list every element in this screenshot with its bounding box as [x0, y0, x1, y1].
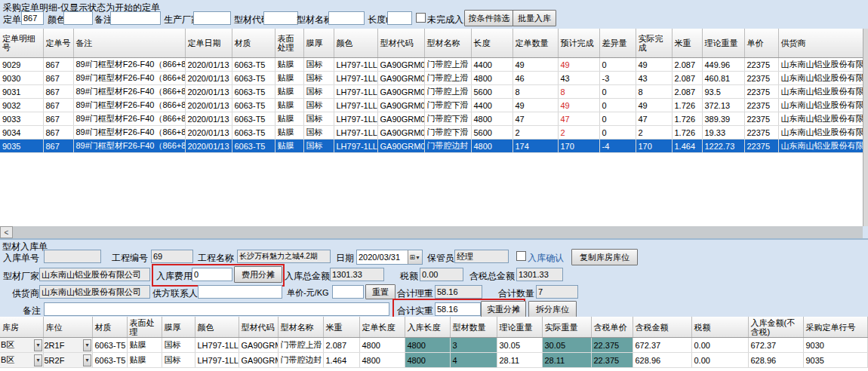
cell[interactable]: LH797-1LL0: [334, 85, 377, 99]
cell[interactable]: 9030: [0, 72, 43, 85]
cell[interactable]: 门带腔上滑: [424, 85, 471, 99]
scroll-left-icon[interactable]: <: [0, 226, 13, 238]
column-header[interactable]: 理论重量: [497, 317, 542, 338]
column-header[interactable]: 型材数量: [450, 317, 497, 338]
column-header[interactable]: 单价: [744, 29, 778, 58]
cell[interactable]: 4400: [471, 58, 512, 72]
cell[interactable]: 672.37: [748, 338, 803, 353]
column-header[interactable]: 定单长度: [359, 317, 405, 338]
cell[interactable]: 1.726: [672, 99, 702, 112]
cell[interactable]: 国标: [162, 338, 195, 353]
cell[interactable]: GA90GRM04: [377, 99, 424, 112]
keeper-input[interactable]: [454, 250, 509, 263]
table-row[interactable]: 903386789#门框型材F26-F40（866+867）2020/01/13…: [0, 112, 863, 126]
cell[interactable]: 山东南山铝业股份有限公司: [778, 140, 863, 153]
cell[interactable]: LH797-1LL0: [334, 112, 377, 126]
cell[interactable]: 3: [450, 338, 497, 353]
cell[interactable]: 2020/01/13: [185, 112, 232, 126]
cell[interactable]: 门带腔上滑: [278, 338, 323, 353]
cell[interactable]: 国标: [303, 85, 334, 99]
cell[interactable]: LH797-1LL0: [195, 338, 239, 353]
cell[interactable]: 9031: [0, 85, 43, 99]
total-amount-input[interactable]: [330, 268, 384, 281]
cell[interactable]: 贴膜: [275, 126, 303, 140]
cell[interactable]: 4800: [359, 353, 405, 368]
cell[interactable]: 2: [636, 126, 672, 140]
dropdown-arrow-icon[interactable]: ▾: [83, 354, 91, 366]
cell[interactable]: 2020/01/13: [185, 85, 232, 99]
cell[interactable]: 国标: [303, 58, 334, 72]
filter-profile-name-input[interactable]: [328, 11, 365, 25]
cell[interactable]: 贴膜: [127, 353, 162, 368]
column-header[interactable]: 米重: [323, 317, 359, 338]
tax-input[interactable]: [420, 268, 463, 281]
calendar-dropdown-icon[interactable]: ⊞▼: [408, 250, 422, 264]
column-header[interactable]: 颜色: [334, 29, 377, 58]
cell[interactable]: GA90GRM03: [377, 85, 424, 99]
cell[interactable]: 2020/01/13: [185, 126, 232, 140]
cell[interactable]: 89#门框型材F26-F40（866+867）: [73, 58, 185, 72]
cell[interactable]: 1.726: [672, 126, 702, 140]
column-header[interactable]: 膜厚: [162, 317, 195, 338]
cell[interactable]: 国标: [303, 112, 334, 126]
cell[interactable]: 28.11: [497, 353, 542, 368]
cell[interactable]: 门带腔边封: [278, 353, 323, 368]
cell[interactable]: 49: [512, 58, 558, 72]
cell[interactable]: 4400: [471, 99, 512, 112]
column-header[interactable]: 实际完成: [636, 29, 672, 58]
cell[interactable]: B区▾: [0, 338, 43, 353]
total-theory-weight-input[interactable]: [435, 285, 482, 299]
cell[interactable]: 2020/01/13: [185, 72, 232, 85]
cell[interactable]: 2020/01/13: [185, 140, 232, 153]
column-header[interactable]: 采购定单行号: [803, 317, 868, 338]
cell[interactable]: 国标: [303, 140, 334, 153]
cell[interactable]: -4: [599, 140, 636, 153]
cell[interactable]: 6063-T5: [232, 112, 275, 126]
cell[interactable]: LH797-1LL0: [334, 126, 377, 140]
cell[interactable]: 628.96: [633, 353, 691, 368]
cell[interactable]: GA90GRM05: [377, 140, 424, 153]
cell[interactable]: 9035: [803, 353, 868, 368]
cell[interactable]: 贴膜: [275, 85, 303, 99]
cell[interactable]: 89#门框型材F26-F40（866+867）: [73, 126, 185, 140]
cell[interactable]: 0: [599, 85, 636, 99]
cell[interactable]: 93.5: [702, 85, 744, 99]
fee-share-button[interactable]: 费用分摊: [234, 266, 282, 283]
cell[interactable]: 6063-T5: [232, 99, 275, 112]
cell[interactable]: 22375: [744, 58, 778, 72]
project-name-input[interactable]: [237, 250, 331, 263]
cell[interactable]: 22375: [744, 85, 778, 99]
dropdown-arrow-icon[interactable]: ▾: [83, 339, 91, 351]
cell[interactable]: 4800: [471, 140, 512, 153]
cell[interactable]: 170: [558, 140, 599, 153]
column-header[interactable]: 理论重量: [702, 29, 744, 58]
cell[interactable]: 2: [512, 126, 558, 140]
cell[interactable]: 5600: [471, 85, 512, 99]
actual-weight-share-button[interactable]: 实重分摊: [481, 301, 526, 317]
supplier-input[interactable]: [39, 285, 150, 299]
filter-by-condition-button[interactable]: 按条件筛选: [464, 10, 514, 26]
cell[interactable]: 89#门框型材F26-F40（866+867）: [73, 72, 185, 85]
split-location-button[interactable]: 拆分库位: [528, 301, 577, 317]
cell[interactable]: 22375: [744, 126, 778, 140]
cell[interactable]: 47: [558, 112, 599, 126]
cell[interactable]: GA90GRM03: [377, 72, 424, 85]
cell[interactable]: 49: [558, 58, 599, 72]
table-row[interactable]: 903286789#门框型材F26-F40（866+867）2020/01/13…: [0, 99, 863, 112]
inbound-confirm-checkbox[interactable]: [516, 251, 526, 261]
cell[interactable]: GA90GRM03: [239, 338, 278, 353]
unit-price-input[interactable]: [332, 285, 364, 299]
cell[interactable]: 4: [450, 353, 497, 368]
column-header[interactable]: 税额: [691, 317, 748, 338]
cell[interactable]: 19.33: [702, 126, 744, 140]
cell[interactable]: 9030: [803, 338, 868, 353]
project-no-input[interactable]: [151, 250, 193, 263]
cell[interactable]: 867: [43, 112, 73, 126]
column-header[interactable]: 米重: [672, 29, 702, 58]
column-header[interactable]: 表面处理: [127, 317, 162, 338]
cell[interactable]: GA90GRM04: [377, 112, 424, 126]
column-header[interactable]: 差异量: [599, 29, 636, 58]
column-header[interactable]: 定单明细号: [0, 29, 43, 58]
column-header[interactable]: 供货商: [778, 29, 863, 58]
table-row[interactable]: 903086789#门框型材F26-F40（866+867）2020/01/13…: [0, 72, 863, 85]
